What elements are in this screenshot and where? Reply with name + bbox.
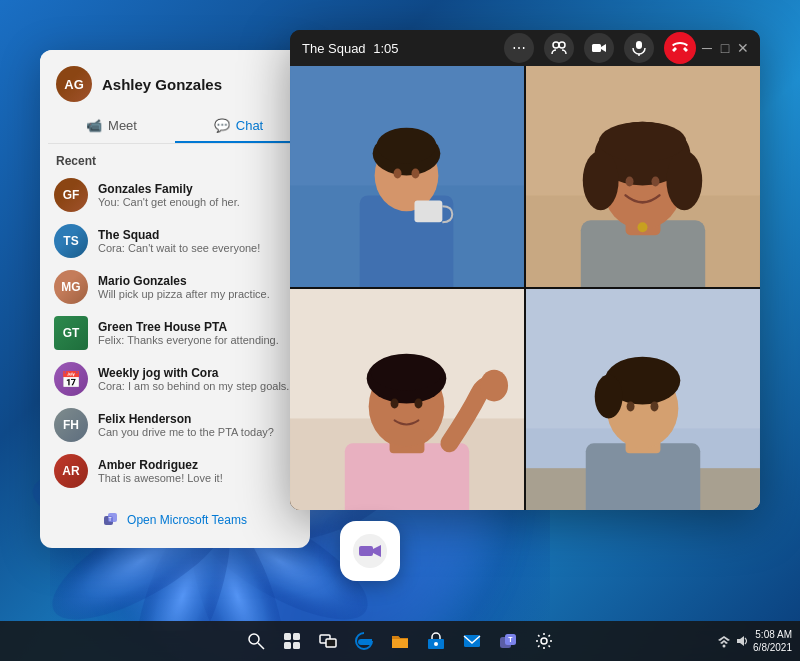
svg-text:T: T [508,636,513,643]
taskbar-widgets-button[interactable] [276,625,308,657]
taskbar-taskview-button[interactable] [312,625,344,657]
taskbar-settings-button[interactable] [528,625,560,657]
avatar: FH [54,408,88,442]
contact-info: Weekly jog with Cora Cora: I am so behin… [98,366,296,392]
svg-point-36 [626,177,634,187]
chat-icon: 💬 [214,118,230,133]
svg-point-42 [480,370,508,402]
taskbar-center: T [240,625,560,657]
svg-text:T: T [109,516,112,522]
user-name: Ashley Gonzales [102,76,222,93]
mic-button[interactable] [624,33,654,63]
video-title-group: The Squad 1:05 [302,41,399,56]
tab-meet[interactable]: 📹 Meet [48,110,175,143]
svg-rect-61 [359,546,373,556]
taskbar-mail-button[interactable] [456,625,488,657]
list-item[interactable]: TS The Squad Cora: Can't wait to see eve… [40,218,310,264]
list-item[interactable]: MG Mario Gonzales Will pick up pizza aft… [40,264,310,310]
participants-button[interactable] [544,33,574,63]
svg-rect-26 [414,200,442,222]
maximize-button[interactable]: □ [720,43,730,53]
chat-panel-header: AG Ashley Gonzales [40,50,310,110]
svg-rect-14 [592,44,601,52]
mail-icon [462,631,482,651]
list-item[interactable]: FH Felix Henderson Can you drive me to t… [40,402,310,448]
close-button[interactable]: ✕ [738,43,748,53]
svg-rect-53 [586,443,700,510]
video-icon [591,40,607,56]
explorer-icon [390,631,410,651]
taskbar-explorer-button[interactable] [384,625,416,657]
person3-svg [290,289,524,510]
svg-point-72 [434,642,438,646]
video-header: The Squad 1:05 ⋯ [290,30,760,66]
svg-rect-73 [464,635,480,647]
svg-point-38 [638,222,648,232]
list-item[interactable]: 📅 Weekly jog with Cora Cora: I am so beh… [40,356,310,402]
list-item[interactable]: GF Gonzales Family You: Can't get enough… [40,172,310,218]
list-item[interactable]: GT Green Tree House PTA Felix: Thanks ev… [40,310,310,356]
video-cell-4 [526,289,760,510]
svg-point-48 [391,399,399,409]
tab-chat[interactable]: 💬 Chat [175,110,302,143]
minimize-button[interactable]: ─ [702,43,712,53]
teams-fab-icon [352,533,388,569]
video-cell-1 [290,66,524,287]
svg-rect-64 [284,633,291,640]
video-button[interactable] [584,33,614,63]
person4-svg [526,289,760,510]
widgets-icon [283,632,301,650]
video-call-title: The Squad 1:05 [302,41,399,56]
svg-point-62 [249,634,259,644]
call-controls: ⋯ [504,32,696,64]
open-teams-button[interactable]: T Open Microsoft Teams [56,504,294,536]
people-icon [551,40,567,56]
avatar: 📅 [54,362,88,396]
person2-svg [526,66,760,287]
taskbar-store-button[interactable] [420,625,452,657]
svg-rect-69 [326,639,336,647]
taskbar-clock[interactable]: 5:08 AM 6/8/2021 [753,628,792,654]
teams-fab-button[interactable] [340,521,400,581]
svg-rect-66 [284,642,291,649]
more-options-button[interactable]: ⋯ [504,33,534,63]
svg-rect-15 [636,41,642,49]
taskbar-right: 5:08 AM 6/8/2021 [717,628,800,654]
end-call-button[interactable] [664,32,696,64]
recent-label: Recent [40,144,310,172]
svg-rect-65 [293,633,300,640]
list-item[interactable]: AR Amber Rodriguez That is awesome! Love… [40,448,310,494]
taskbar: T 5:08 AM 6/8/2021 [0,621,800,661]
contact-info: The Squad Cora: Can't wait to see everyo… [98,228,296,254]
svg-point-78 [723,645,726,648]
svg-point-59 [650,401,658,411]
contact-list: GF Gonzales Family You: Can't get enough… [40,172,310,494]
video-controls-group: ⋯ [504,32,748,64]
mic-icon [631,40,647,56]
contact-info: Amber Rodriguez That is awesome! Love it… [98,458,296,484]
svg-point-49 [414,399,422,409]
svg-point-25 [411,169,419,179]
end-call-icon [672,42,688,54]
avatar: AR [54,454,88,488]
contact-info: Mario Gonzales Will pick up pizza after … [98,274,296,300]
window-controls: ─ □ ✕ [702,43,748,53]
video-cell-3 [290,289,524,510]
taskview-icon [319,632,337,650]
person1-svg [290,66,524,287]
svg-point-37 [651,177,659,187]
avatar: MG [54,270,88,304]
taskbar-teams-button[interactable]: T [492,625,524,657]
video-cell-2 [526,66,760,287]
meet-icon: 📹 [86,118,102,133]
svg-point-23 [377,128,437,164]
taskbar-edge-button[interactable] [348,625,380,657]
search-icon [247,632,265,650]
avatar: TS [54,224,88,258]
teams-taskbar-icon: T [498,631,518,651]
svg-point-57 [595,375,623,419]
taskbar-search-button[interactable] [240,625,272,657]
svg-point-58 [627,401,635,411]
svg-point-24 [394,169,402,179]
avatar: GT [54,316,88,350]
